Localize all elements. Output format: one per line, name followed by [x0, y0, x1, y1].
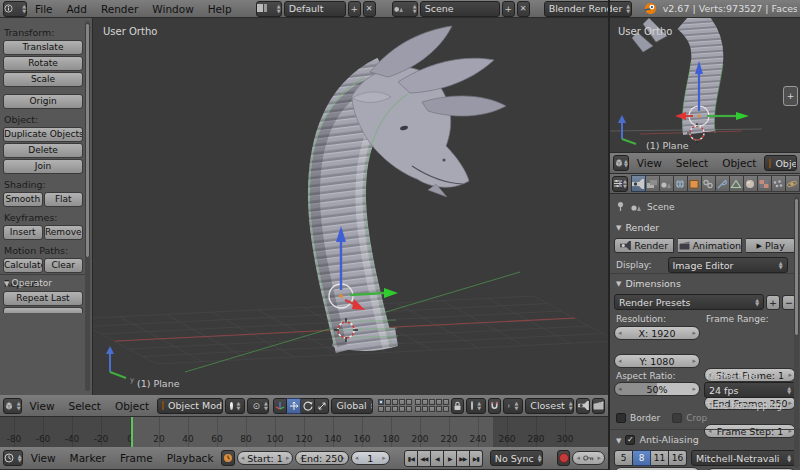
shelf-button-delete[interactable]: Delete — [3, 143, 83, 158]
render-play-button[interactable]: ▶ Play — [746, 238, 796, 253]
pin-icon[interactable] — [616, 201, 625, 212]
viewport-menu-select[interactable]: Select — [62, 398, 106, 414]
menu-help[interactable]: Help — [202, 1, 238, 17]
operator-panel-header[interactable]: Operator — [0, 274, 90, 288]
screen-layout-select[interactable]: Default — [284, 1, 346, 17]
tab-render-layers[interactable] — [646, 175, 660, 192]
end-frame-field[interactable]: End: 250 — [295, 451, 348, 465]
tab-scene[interactable] — [660, 175, 674, 192]
add-scene-button[interactable]: + — [502, 1, 515, 17]
shelf-button-calculate[interactable]: Calculate — [3, 258, 43, 273]
record-button[interactable] — [557, 450, 570, 466]
play-reverse-button[interactable]: ◀ — [431, 450, 444, 467]
shelf-button-flat[interactable]: Flat — [44, 192, 84, 207]
border-checkbox[interactable] — [616, 413, 626, 423]
aa-samples-11-button[interactable]: 11 — [651, 450, 669, 466]
layer-cell[interactable] — [392, 399, 398, 405]
layer-cell[interactable] — [385, 399, 391, 405]
keying-set-field[interactable] — [572, 451, 605, 465]
viewport-menu-object[interactable]: Object — [109, 398, 155, 414]
aa-panel-header[interactable]: ✓ Anti-Aliasing — [616, 434, 699, 445]
tool-shelf-scrollbar[interactable] — [85, 21, 90, 391]
pivot-point-select[interactable]: ⊙ — [247, 398, 269, 414]
layer-cell[interactable] — [422, 406, 428, 412]
layer-cell[interactable] — [422, 399, 428, 405]
current-frame-line[interactable] — [131, 417, 133, 447]
viewport-shading-select[interactable] — [225, 398, 246, 414]
shelf-button-remove[interactable]: Remove — [44, 225, 84, 240]
shelf-button-join[interactable]: Join — [3, 159, 83, 174]
layer-cell[interactable] — [415, 399, 421, 405]
menu-add[interactable]: Add — [61, 1, 93, 17]
mode-select[interactable]: Object Mode — [764, 155, 797, 171]
layer-cell[interactable] — [415, 406, 421, 412]
editor-type-info-select[interactable] — [3, 1, 27, 17]
resolution-x-field[interactable]: X: 1920 — [614, 326, 700, 340]
timeline-menu-playback[interactable]: Playback — [161, 450, 220, 466]
start-frame-field[interactable]: Start: 1 — [237, 451, 294, 465]
proportional-edit-select[interactable] — [466, 398, 487, 414]
viewport-menu-object[interactable]: Object — [716, 155, 762, 171]
current-frame-field[interactable]: 1 — [351, 451, 390, 465]
aa-samples-5-button[interactable]: 5 — [614, 450, 633, 466]
secondary-viewport-3d[interactable]: User Ortho (1) Plane + — [610, 18, 800, 153]
layer-cell[interactable] — [399, 399, 405, 405]
close-scene-button[interactable]: ✕ — [517, 1, 530, 17]
close-layout-button[interactable]: ✕ — [363, 1, 376, 17]
shelf-button-smooth[interactable]: Smooth — [3, 192, 43, 207]
layer-grid-left[interactable] — [378, 399, 412, 412]
viewport-menu-view[interactable]: View — [631, 155, 668, 171]
prev-keyframe-button[interactable]: ◀◀ — [418, 450, 431, 467]
shelf-button-scale[interactable]: Scale — [3, 72, 83, 87]
region-divider-vertical[interactable] — [608, 0, 610, 470]
scene-select[interactable]: Scene — [420, 1, 500, 17]
viewport-menu-select[interactable]: Select — [670, 155, 714, 171]
rotate-manipulator-button[interactable] — [301, 398, 315, 414]
timeline-menu-view[interactable]: View — [25, 450, 62, 466]
region-expand-button[interactable]: + — [783, 86, 798, 106]
layer-cell[interactable] — [443, 406, 449, 412]
layer-cell[interactable] — [392, 406, 398, 412]
jump-start-button[interactable]: ▮◀ — [404, 450, 418, 467]
editor-type-3dview-select[interactable] — [613, 155, 629, 171]
tab-texture[interactable] — [758, 175, 772, 192]
translate-manipulator-button[interactable] — [287, 398, 301, 414]
tab-world[interactable] — [674, 175, 688, 192]
shelf-button-rotate[interactable]: Rotate — [3, 56, 83, 71]
tab-physics[interactable] — [786, 175, 800, 192]
menu-render[interactable]: Render — [95, 1, 144, 17]
resolution-percentage-slider[interactable]: 50% — [614, 382, 700, 396]
resolution-y-field[interactable]: Y: 1080 — [614, 354, 700, 368]
layer-cell[interactable] — [406, 406, 412, 412]
layer-cell[interactable] — [378, 406, 384, 412]
shelf-button-translate[interactable]: Translate — [3, 40, 83, 55]
aa-samples-16-button[interactable]: 16 — [669, 450, 687, 466]
shelf-button-partial[interactable] — [3, 307, 83, 313]
layer-cell[interactable] — [436, 406, 442, 412]
layer-cell[interactable] — [399, 406, 405, 412]
tab-object-data[interactable] — [730, 175, 744, 192]
layer-cell[interactable] — [406, 399, 412, 405]
crop-checkbox[interactable] — [672, 413, 682, 423]
play-button[interactable]: ▶ — [444, 450, 457, 467]
opengl-render-still-button[interactable] — [576, 398, 589, 414]
snap-element-select[interactable] — [503, 398, 524, 414]
add-preset-button[interactable]: + — [766, 295, 780, 310]
render-engine-select[interactable]: Blender Render — [544, 1, 632, 17]
render-presets-select[interactable]: Render Presets — [614, 294, 764, 310]
aa-samples-8-button[interactable]: 8 — [633, 450, 651, 466]
menu-file[interactable]: File — [29, 1, 59, 17]
editor-type-3dview-select[interactable] — [3, 398, 22, 414]
timeline-ruler[interactable]: -80-60-40-200204060801001201401601802002… — [0, 417, 608, 447]
shelf-button-clear[interactable]: Clear — [44, 258, 84, 273]
properties-scroll-thumb[interactable] — [794, 198, 799, 336]
layer-cell[interactable] — [429, 406, 435, 412]
render-panel-header[interactable]: Render — [616, 222, 659, 233]
time-display-toggle-button[interactable] — [221, 450, 234, 466]
menu-window[interactable]: Window — [146, 1, 199, 17]
timeline-menu-frame[interactable]: Frame — [114, 450, 159, 466]
screen-layout-icon-button[interactable] — [256, 1, 282, 17]
frame-rate-select[interactable]: 24 fps — [704, 382, 796, 398]
breadcrumb-scene[interactable]: Scene — [647, 202, 674, 212]
tab-object[interactable] — [688, 175, 702, 192]
